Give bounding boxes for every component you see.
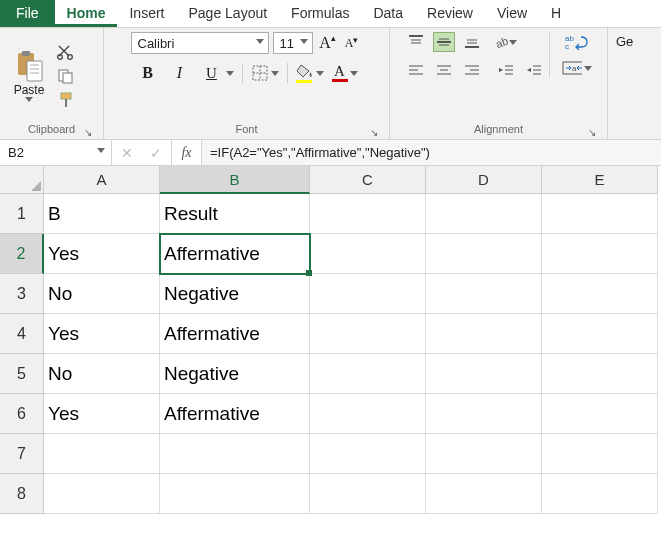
cell-A5[interactable]: No bbox=[44, 354, 160, 394]
cell-D4[interactable] bbox=[426, 314, 542, 354]
menu-tab-h[interactable]: H bbox=[539, 0, 573, 27]
column-header-C[interactable]: C bbox=[310, 166, 426, 194]
cell-A2[interactable]: Yes bbox=[44, 234, 160, 274]
cell-D2[interactable] bbox=[426, 234, 542, 274]
bold-button[interactable]: B bbox=[136, 62, 160, 84]
cell-C2[interactable] bbox=[310, 234, 426, 274]
row-header-8[interactable]: 8 bbox=[0, 474, 44, 514]
fx-button[interactable]: fx bbox=[172, 140, 202, 165]
font-name-selector[interactable]: Calibri bbox=[131, 32, 269, 54]
cell-C7[interactable] bbox=[310, 434, 426, 474]
cell-B8[interactable] bbox=[160, 474, 310, 514]
borders-button[interactable] bbox=[251, 64, 279, 82]
menu-tab-data[interactable]: Data bbox=[361, 0, 415, 27]
font-launcher[interactable]: ↘ bbox=[367, 123, 381, 137]
cell-D7[interactable] bbox=[426, 434, 542, 474]
row-header-1[interactable]: 1 bbox=[0, 194, 44, 234]
cell-B5[interactable]: Negative bbox=[160, 354, 310, 394]
column-header-E[interactable]: E bbox=[542, 166, 658, 194]
cell-D8[interactable] bbox=[426, 474, 542, 514]
cell-A1[interactable]: B bbox=[44, 194, 160, 234]
align-center-button[interactable] bbox=[433, 60, 455, 80]
name-box[interactable]: B2 bbox=[0, 140, 112, 165]
cell-C4[interactable] bbox=[310, 314, 426, 354]
paste-button[interactable]: Paste bbox=[8, 49, 50, 102]
cell-C6[interactable] bbox=[310, 394, 426, 434]
cell-A4[interactable]: Yes bbox=[44, 314, 160, 354]
increase-font-icon: A bbox=[319, 34, 331, 52]
menu-tab-formulas[interactable]: Formulas bbox=[279, 0, 361, 27]
increase-indent-button[interactable] bbox=[523, 60, 545, 80]
cell-B6[interactable]: Affermative bbox=[160, 394, 310, 434]
formula-input[interactable]: =IF(A2="Yes","Affirmative","Negative") bbox=[202, 140, 661, 165]
menu-tab-review[interactable]: Review bbox=[415, 0, 485, 27]
cell-C5[interactable] bbox=[310, 354, 426, 394]
svg-text:ab: ab bbox=[495, 35, 508, 49]
cell-B1[interactable]: Result bbox=[160, 194, 310, 234]
cell-C8[interactable] bbox=[310, 474, 426, 514]
cell-B3[interactable]: Negative bbox=[160, 274, 310, 314]
row-header-7[interactable]: 7 bbox=[0, 434, 44, 474]
select-all-corner[interactable] bbox=[0, 166, 44, 194]
format-painter-button[interactable] bbox=[56, 91, 76, 109]
column-header-A[interactable]: A bbox=[44, 166, 160, 194]
orientation-button[interactable]: ab bbox=[495, 32, 517, 52]
cell-E6[interactable] bbox=[542, 394, 658, 434]
cell-A8[interactable] bbox=[44, 474, 160, 514]
row-header-6[interactable]: 6 bbox=[0, 394, 44, 434]
column-header-D[interactable]: D bbox=[426, 166, 542, 194]
cell-E2[interactable] bbox=[542, 234, 658, 274]
row-header-4[interactable]: 4 bbox=[0, 314, 44, 354]
cell-D1[interactable] bbox=[426, 194, 542, 234]
row-header-2[interactable]: 2 bbox=[0, 234, 44, 274]
align-right-button[interactable] bbox=[461, 60, 483, 80]
cell-C3[interactable] bbox=[310, 274, 426, 314]
column-header-B[interactable]: B bbox=[160, 166, 310, 194]
cell-E4[interactable] bbox=[542, 314, 658, 354]
cell-E1[interactable] bbox=[542, 194, 658, 234]
cell-A7[interactable] bbox=[44, 434, 160, 474]
file-tab[interactable]: File bbox=[0, 0, 55, 27]
menu-tab-home[interactable]: Home bbox=[55, 0, 118, 27]
align-middle-button[interactable] bbox=[433, 32, 455, 52]
align-top-button[interactable] bbox=[405, 32, 427, 52]
copy-button[interactable] bbox=[56, 67, 76, 85]
cell-B7[interactable] bbox=[160, 434, 310, 474]
menu-tab-page-layout[interactable]: Page Layout bbox=[176, 0, 279, 27]
cell-E7[interactable] bbox=[542, 434, 658, 474]
clipboard-launcher[interactable]: ↘ bbox=[81, 123, 95, 137]
merge-center-button[interactable]: a bbox=[562, 58, 592, 78]
font-size-selector[interactable]: 11 bbox=[273, 32, 313, 54]
cut-button[interactable] bbox=[56, 43, 76, 61]
cell-A6[interactable]: Yes bbox=[44, 394, 160, 434]
underline-button[interactable]: U bbox=[200, 62, 234, 84]
menu-tab-insert[interactable]: Insert bbox=[117, 0, 176, 27]
decrease-indent-button[interactable] bbox=[495, 60, 517, 80]
align-bottom-button[interactable] bbox=[461, 32, 483, 52]
number-format-selector[interactable]: Ge bbox=[616, 34, 633, 49]
italic-button[interactable]: I bbox=[168, 62, 192, 84]
cell-C1[interactable] bbox=[310, 194, 426, 234]
cancel-formula-button[interactable]: ✕ bbox=[121, 145, 133, 161]
cell-B4[interactable]: Affermative bbox=[160, 314, 310, 354]
font-color-button[interactable]: A bbox=[332, 64, 358, 82]
menu-tab-view[interactable]: View bbox=[485, 0, 539, 27]
cell-D5[interactable] bbox=[426, 354, 542, 394]
row-header-3[interactable]: 3 bbox=[0, 274, 44, 314]
align-left-button[interactable] bbox=[405, 60, 427, 80]
increase-font-button[interactable]: A▴ bbox=[317, 32, 339, 54]
cell-E8[interactable] bbox=[542, 474, 658, 514]
enter-formula-button[interactable]: ✓ bbox=[150, 145, 162, 161]
decrease-font-button[interactable]: A▾ bbox=[341, 32, 363, 54]
copy-icon bbox=[57, 68, 75, 84]
alignment-launcher[interactable]: ↘ bbox=[585, 123, 599, 137]
cell-E5[interactable] bbox=[542, 354, 658, 394]
wrap-text-button[interactable]: abc bbox=[562, 32, 592, 52]
cell-D3[interactable] bbox=[426, 274, 542, 314]
fill-color-button[interactable] bbox=[296, 63, 324, 83]
cell-D6[interactable] bbox=[426, 394, 542, 434]
cell-B2[interactable]: Affermative bbox=[160, 234, 310, 274]
cell-E3[interactable] bbox=[542, 274, 658, 314]
row-header-5[interactable]: 5 bbox=[0, 354, 44, 394]
cell-A3[interactable]: No bbox=[44, 274, 160, 314]
